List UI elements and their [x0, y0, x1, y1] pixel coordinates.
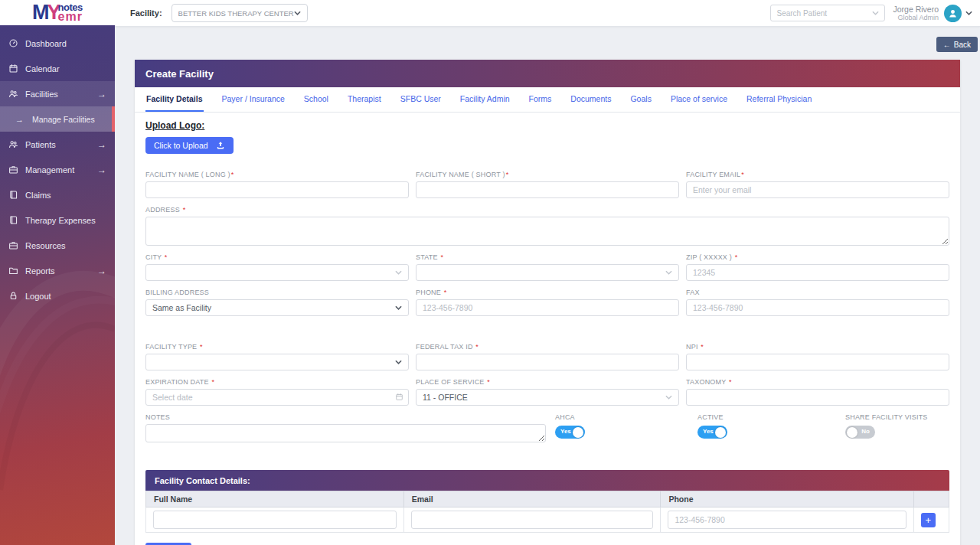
tab-payer-insurance[interactable]: Payer / Insurance	[221, 87, 286, 112]
address-textarea[interactable]	[145, 217, 949, 246]
sidebar-item-facilities[interactable]: Facilities →	[0, 81, 115, 106]
upload-logo-heading: Upload Logo:	[145, 120, 949, 131]
click-to-upload-button[interactable]: Click to Upload	[145, 137, 234, 154]
tab-school[interactable]: School	[303, 87, 329, 112]
share-facility-visits-toggle[interactable]: No	[845, 426, 875, 439]
facility-select[interactable]: BETTER KIDS THERAPY CENTER, CORP	[172, 4, 308, 22]
contact-phone-input[interactable]	[668, 511, 906, 529]
tab-place-of-service[interactable]: Place of service	[670, 87, 728, 112]
sidebar-item-claims[interactable]: Claims	[0, 182, 115, 207]
field-facility-name-short: FACILITY NAME ( SHORT )*	[416, 171, 679, 198]
logo-y: Y	[47, 1, 59, 24]
back-arrow-icon: ←	[943, 41, 951, 49]
billing-address-select[interactable]: Same as Facility	[145, 299, 409, 316]
facility-details-form: Upload Logo: Click to Upload FACILITY NA…	[135, 113, 960, 545]
city-select[interactable]	[145, 264, 409, 281]
facility-type-select[interactable]	[145, 354, 409, 370]
sidebar-item-resources[interactable]: Resources	[0, 233, 115, 258]
facility-name-short-input[interactable]	[416, 181, 679, 198]
ahca-toggle[interactable]: Yes	[555, 426, 585, 439]
state-select[interactable]	[416, 264, 679, 281]
create-facility-panel: Create Facility Facility Details Payer /…	[135, 60, 960, 545]
active-toggle[interactable]: Yes	[697, 426, 727, 439]
zip-input[interactable]	[686, 264, 949, 281]
sidebar-nav: Dashboard Calendar Facilities → → Manage…	[0, 25, 115, 308]
tab-referral-physician[interactable]: Referral Physician	[746, 87, 812, 112]
tab-facility-details[interactable]: Facility Details	[145, 87, 204, 112]
place-of-service-select[interactable]: 11 - OFFICE	[416, 389, 679, 406]
field-facility-name-long: FACILITY NAME ( LONG )*	[145, 171, 409, 198]
field-taxonomy: TAXONOMY *	[686, 378, 949, 406]
field-npi: NPI *	[686, 343, 949, 370]
chevron-down-icon	[872, 11, 879, 15]
user-role: Global Admin	[893, 14, 939, 21]
federal-tax-id-input[interactable]	[416, 354, 679, 370]
sidebar-item-logout[interactable]: Logout	[0, 283, 115, 308]
logo-emr: emr	[58, 11, 83, 21]
contact-email-input[interactable]	[411, 511, 654, 529]
field-phone: PHONE *	[416, 289, 679, 316]
facility-email-input[interactable]	[686, 181, 949, 198]
field-facility-type: FACILITY TYPE *	[145, 343, 409, 370]
panel-title: Create Facility	[135, 60, 960, 87]
notes-textarea[interactable]	[145, 424, 546, 442]
topbar: Facility: BETTER KIDS THERAPY CENTER, CO…	[115, 0, 980, 27]
fax-input[interactable]	[686, 299, 949, 316]
field-state: STATE *	[416, 253, 679, 281]
dashboard-icon	[8, 38, 18, 48]
expand-arrow-icon: →	[97, 139, 106, 150]
briefcase-icon	[8, 165, 18, 175]
tab-facility-admin[interactable]: Facility Admin	[459, 87, 511, 112]
sidebar-item-dashboard[interactable]: Dashboard	[0, 31, 115, 56]
npi-input[interactable]	[686, 354, 949, 370]
sidebar-item-calendar[interactable]: Calendar	[0, 56, 115, 81]
sidebar-item-manage-facilities[interactable]: → Manage Facilities	[0, 106, 115, 132]
expiration-date-input[interactable]	[145, 389, 409, 406]
toggle-knob	[847, 427, 858, 438]
toggle-knob	[715, 427, 726, 438]
facility-name-long-input[interactable]	[145, 181, 409, 198]
back-button[interactable]: ← Back	[936, 37, 978, 52]
upload-icon	[216, 141, 225, 150]
chevron-down-icon	[395, 305, 402, 310]
briefcase-icon	[8, 240, 18, 250]
taxonomy-input[interactable]	[686, 389, 949, 406]
contact-full-name-input[interactable]	[153, 511, 397, 529]
sidebar-item-management[interactable]: Management →	[0, 157, 115, 182]
field-facility-email: FACILITY EMAIL*	[686, 171, 949, 198]
tab-forms[interactable]: Forms	[528, 87, 553, 112]
sidebar-item-patients[interactable]: Patients →	[0, 132, 115, 157]
tab-bar: Facility Details Payer / Insurance Schoo…	[135, 87, 960, 113]
search-patient-input[interactable]: Search Patient	[770, 5, 885, 21]
users-icon	[8, 139, 18, 149]
user-menu-chevron-icon[interactable]	[965, 11, 972, 15]
field-address: ADDRESS *	[145, 206, 949, 246]
book-icon	[8, 215, 18, 225]
app-logo[interactable]: MY notes emr	[0, 0, 115, 25]
contact-table-row: +	[146, 507, 949, 533]
column-full-name: Full Name	[146, 491, 404, 507]
user-avatar[interactable]	[944, 5, 962, 22]
column-actions	[913, 491, 949, 507]
tab-goals[interactable]: Goals	[629, 87, 652, 112]
facility-label: Facility:	[130, 8, 162, 18]
tab-therapist[interactable]: Therapist	[347, 87, 382, 112]
tab-sfbc-user[interactable]: SFBC User	[400, 87, 442, 112]
field-expiration-date: EXPIRATION DATE *	[145, 378, 409, 406]
calendar-icon	[395, 393, 403, 401]
tab-documents[interactable]: Documents	[570, 87, 612, 112]
sidebar: MY notes emr Dashboard Calendar Faciliti…	[0, 0, 115, 545]
person-icon	[947, 8, 959, 19]
sidebar-item-reports[interactable]: Reports →	[0, 258, 115, 283]
chevron-down-icon	[294, 11, 301, 15]
add-contact-button[interactable]: +	[921, 513, 936, 527]
sidebar-item-therapy-expenses[interactable]: Therapy Expenses	[0, 207, 115, 233]
calendar-icon	[8, 64, 18, 73]
phone-input[interactable]	[416, 299, 679, 316]
folder-icon	[8, 266, 18, 276]
user-info: Jorge Rivero Global Admin	[893, 5, 939, 21]
chevron-down-icon	[665, 395, 672, 400]
contact-section-title: Facility Contact Details:	[145, 470, 949, 491]
user-name: Jorge Rivero	[893, 5, 939, 14]
field-ahca-toggle: AHCA Yes	[555, 413, 688, 442]
